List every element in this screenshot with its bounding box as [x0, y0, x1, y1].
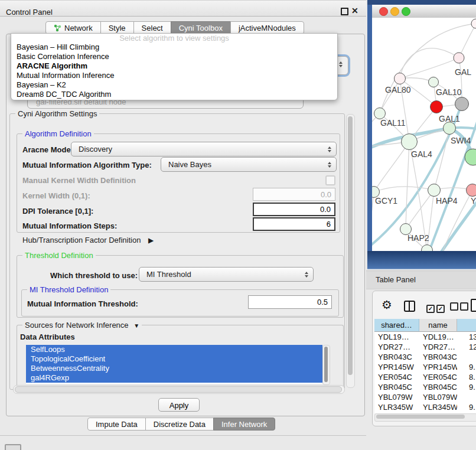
- dpi-tolerance-label: DPI Tolerance [0,1]:: [22, 207, 93, 216]
- table-cell: YBR045C: [419, 382, 457, 392]
- table-cell: YBL079W: [419, 392, 457, 402]
- zoom-traffic-light-icon[interactable]: [402, 7, 410, 16]
- tab-style[interactable]: Style: [100, 21, 134, 34]
- expanded-arrow-icon: ▼: [133, 322, 139, 329]
- table-settings-gear-icon[interactable]: ⚙: [382, 299, 392, 311]
- algorithm-option-bayesian-k2[interactable]: Bayesian – K2: [11, 80, 337, 90]
- table-row[interactable]: YER054CYER054C8.: [374, 372, 476, 382]
- algorithm-option-aracne-algorithm[interactable]: ARACNE Algorithm: [11, 61, 337, 71]
- tab-label: jActiveMNodules: [239, 24, 296, 32]
- table-cell: 9.: [457, 362, 476, 372]
- table-row[interactable]: YPR145WYPR145W9.: [374, 362, 476, 372]
- network-window-titlebar[interactable]: [372, 5, 476, 18]
- network-node-gal10[interactable]: [429, 77, 439, 87]
- algorithm-option-dream8-dc-tdc-algorithm[interactable]: Dream8 DC_TDC Algorithm: [11, 90, 337, 99]
- table-horizontal-scrollbar[interactable]: [374, 413, 476, 422]
- deselect-all-checkboxes-icon[interactable]: [450, 302, 470, 313]
- apply-button[interactable]: Apply: [158, 398, 200, 412]
- network-node-gal80[interactable]: [395, 73, 406, 84]
- tab-impute-data[interactable]: Impute Data: [87, 418, 146, 431]
- algorithm-option-mutual-information-inference[interactable]: Mutual Information Inference: [11, 71, 337, 80]
- tab-label: Impute Data: [96, 420, 138, 429]
- column-header-shared[interactable]: shared…: [374, 319, 419, 332]
- tab-label: Cyni Toolbox: [179, 24, 223, 32]
- network-canvas[interactable]: GALGAL80GAL10GAL1GAL11SWI4GAL4GCY1HAP4YH…: [372, 18, 476, 251]
- network-node-gal[interactable]: [454, 53, 464, 63]
- node-attribute-table[interactable]: shared…nameAYDL19…YDL19…13YDR27…YDR27…12…: [374, 319, 476, 413]
- table-cell: 9.: [457, 402, 476, 412]
- settings-horizontal-scrollbar[interactable]: [13, 385, 345, 394]
- table-row[interactable]: YDL19…YDL19…13: [374, 332, 476, 342]
- mi-steps-field[interactable]: [253, 217, 335, 231]
- aracne-mode-combo[interactable]: Discovery: [71, 142, 337, 156]
- float-window-icon[interactable]: [341, 8, 348, 15]
- tab-jactivemnodules[interactable]: jActiveMNodules: [230, 21, 304, 34]
- mi-type-combo[interactable]: Naive Bayes: [161, 157, 337, 172]
- tab-label: Infer Network: [221, 420, 267, 429]
- which-threshold-combo[interactable]: MI Threshold: [139, 267, 314, 282]
- table-cell: YBR045C: [374, 382, 419, 392]
- attribute-item-betweennesscentrality[interactable]: BetweennessCentrality: [26, 364, 322, 373]
- network-graph: GALGAL80GAL10GAL1GAL11SWI4GAL4GCY1HAP4YH…: [372, 18, 476, 251]
- aracne-mode-value: Discovery: [79, 145, 112, 154]
- algorithm-popup-list: Bayesian – Hill ClimbingBasic Correlatio…: [11, 43, 337, 99]
- network-node[interactable]: [471, 19, 476, 28]
- combo-arrows-icon: [339, 61, 343, 67]
- table-row[interactable]: YBR045CYBR045C9.: [374, 382, 476, 392]
- table-row[interactable]: YDR27…YDR27…12: [374, 342, 476, 352]
- combo-arrows-icon: [305, 272, 308, 278]
- tab-network[interactable]: Network: [45, 21, 101, 34]
- attribute-item-topologicalcoefficient[interactable]: TopologicalCoefficient: [26, 354, 322, 364]
- network-node-gal4[interactable]: [402, 134, 418, 150]
- column-header-name[interactable]: name: [419, 319, 457, 332]
- network-node-swi4[interactable]: [444, 122, 456, 135]
- split-columns-icon[interactable]: [404, 301, 415, 312]
- tab-infer-network[interactable]: Infer Network: [213, 418, 275, 431]
- hub-definition-label: Hub/Transcription Factor Definition: [22, 236, 141, 244]
- attribute-item-selfloops[interactable]: SelfLoops: [26, 345, 322, 354]
- minimize-traffic-light-icon[interactable]: [390, 7, 399, 16]
- collapsed-panel-icon[interactable]: [5, 444, 21, 450]
- settings-vertical-scrollbar[interactable]: [346, 114, 355, 388]
- kernel-width-label: Kernel Width (0,1):: [22, 191, 90, 200]
- threshold-definition-title: Threshold Definition: [22, 251, 96, 260]
- table-row[interactable]: YLR345WYLR345W9.: [374, 402, 476, 412]
- close-icon[interactable]: ✕: [351, 6, 358, 15]
- table-cell: 8.: [457, 372, 476, 382]
- network-node-y[interactable]: [467, 184, 476, 197]
- network-node-gal11[interactable]: [374, 108, 386, 119]
- algorithm-option-basic-correlation-inference[interactable]: Basic Correlation Inference: [11, 52, 337, 61]
- control-panel-title: Control Panel: [6, 8, 53, 17]
- table-cell: 13: [457, 332, 476, 342]
- attribute-item-gal4rgexp[interactable]: gal4RGexp: [26, 373, 322, 383]
- tab-label: Discretize Data: [154, 420, 206, 429]
- network-node[interactable]: [455, 97, 469, 111]
- node-label-gal10: GAL10: [436, 87, 462, 97]
- table-row[interactable]: YBL079WYBL079W: [374, 392, 476, 402]
- hub-definition-toggle[interactable]: Hub/Transcription Factor Definition ▶: [22, 236, 154, 244]
- attributes-scrollbar[interactable]: [322, 345, 330, 385]
- kernel-width-field[interactable]: [253, 188, 335, 201]
- node-label-gal1: GAL1: [439, 114, 460, 123]
- manual-kernel-checkbox[interactable]: [325, 175, 335, 185]
- network-node-gal1[interactable]: [431, 101, 443, 113]
- table-cell: YPR145W: [374, 362, 419, 372]
- collapsed-arrow-icon: ▶: [148, 236, 154, 244]
- tab-discretize-data[interactable]: Discretize Data: [145, 418, 214, 431]
- dpi-tolerance-field[interactable]: [253, 203, 335, 216]
- algorithm-option-bayesian-hill-climbing[interactable]: Bayesian – Hill Climbing: [11, 43, 337, 52]
- export-table-icon[interactable]: [471, 299, 476, 312]
- tab-cyni-toolbox[interactable]: Cyni Toolbox: [171, 21, 231, 34]
- table-row[interactable]: YBR043CYBR043C: [374, 352, 476, 362]
- tab-select[interactable]: Select: [133, 21, 171, 34]
- column-header-a[interactable]: A: [457, 319, 476, 332]
- aracne-mode-label: Aracne Mode:: [22, 145, 73, 154]
- mi-threshold-field[interactable]: [248, 295, 332, 309]
- table-cell: YER054C: [419, 372, 457, 382]
- close-traffic-light-icon[interactable]: [379, 7, 388, 16]
- network-node-hap4[interactable]: [428, 184, 441, 197]
- tab-label: Network: [64, 24, 93, 32]
- select-all-checkboxes-icon[interactable]: ✓✓: [426, 302, 446, 313]
- table-header-row: shared…nameA: [374, 319, 476, 332]
- table-cell: YBR043C: [419, 352, 457, 362]
